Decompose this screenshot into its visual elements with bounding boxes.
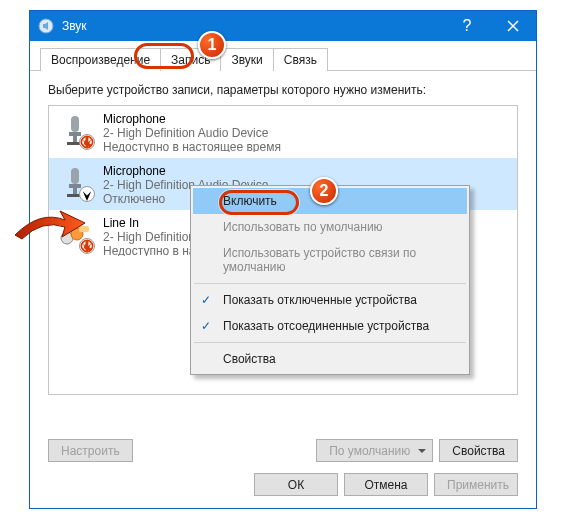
menu-item[interactable]: ✓Показать отключенные устройства bbox=[193, 287, 467, 313]
highlight-ring-enable bbox=[219, 190, 299, 215]
arrow-down-icon bbox=[79, 134, 95, 150]
tab-sounds[interactable]: Звуки bbox=[220, 48, 273, 71]
window-title: Звук bbox=[62, 19, 444, 33]
arrow-icon bbox=[10, 205, 90, 245]
device-text: Microphone2- High Definition Audio Devic… bbox=[103, 112, 281, 152]
menu-item: Использовать устройство связи по умолчан… bbox=[193, 240, 467, 280]
apply-button[interactable]: Применить bbox=[434, 473, 518, 496]
cancel-button[interactable]: Отмена bbox=[344, 473, 428, 496]
microphone-icon bbox=[57, 164, 93, 200]
titlebar: Звук ? bbox=[30, 11, 536, 41]
svg-rect-1 bbox=[71, 116, 79, 132]
disabled-icon bbox=[79, 186, 95, 202]
default-split-button[interactable]: По умолчанию bbox=[316, 439, 433, 462]
menu-item[interactable]: Свойства bbox=[193, 346, 467, 372]
callout-1: 1 bbox=[198, 31, 226, 59]
close-button[interactable] bbox=[490, 11, 536, 41]
properties-button[interactable]: Свойства bbox=[439, 439, 518, 462]
check-icon: ✓ bbox=[201, 293, 211, 307]
menu-separator bbox=[194, 342, 466, 343]
device-name: Microphone bbox=[103, 112, 281, 126]
check-icon: ✓ bbox=[201, 319, 211, 333]
ok-button[interactable]: ОК bbox=[254, 473, 338, 496]
bottom-row: Настроить По умолчанию Свойства bbox=[48, 439, 518, 462]
menu-item: Использовать по умолчанию bbox=[193, 214, 467, 240]
highlight-ring-tab bbox=[134, 43, 194, 69]
device-name: Microphone bbox=[103, 164, 268, 178]
instruction-text: Выберите устройство записи, параметры ко… bbox=[30, 71, 536, 105]
svg-rect-3 bbox=[73, 136, 77, 142]
configure-button[interactable]: Настроить bbox=[48, 439, 133, 462]
tab-strip: Воспроизведение Запись Звуки Связь bbox=[30, 41, 536, 71]
dialog-buttons: ОК Отмена Применить bbox=[254, 473, 518, 496]
device-row[interactable]: Microphone2- High Definition Audio Devic… bbox=[49, 106, 517, 158]
help-button[interactable]: ? bbox=[444, 11, 490, 41]
menu-separator bbox=[194, 283, 466, 284]
svg-rect-6 bbox=[71, 168, 79, 184]
callout-2: 2 bbox=[310, 177, 338, 205]
svg-rect-8 bbox=[73, 188, 77, 194]
menu-item[interactable]: ✓Показать отсоединенные устройства bbox=[193, 313, 467, 339]
tab-communications[interactable]: Связь bbox=[273, 48, 328, 71]
device-status: Недоступно в настоящее время bbox=[103, 140, 281, 152]
speaker-icon bbox=[38, 18, 54, 34]
microphone-icon bbox=[57, 112, 93, 148]
device-desc: 2- High Definition Audio Device bbox=[103, 126, 281, 140]
